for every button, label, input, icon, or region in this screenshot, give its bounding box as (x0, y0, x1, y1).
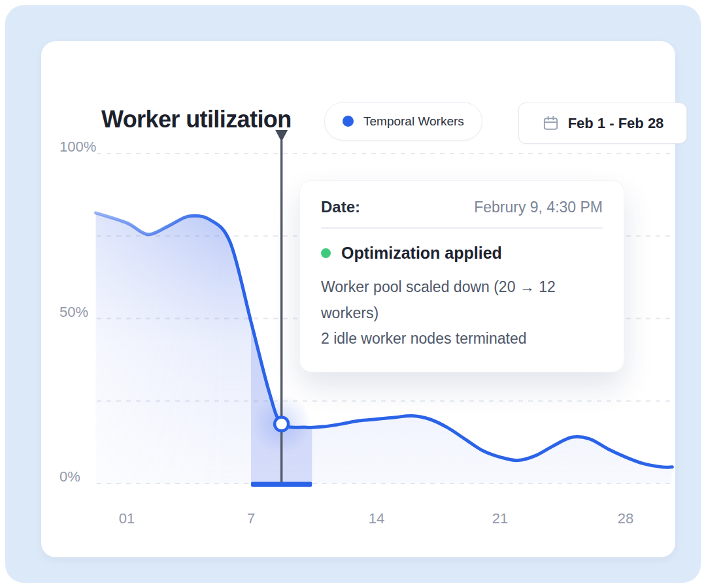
legend-dot-icon (343, 116, 354, 127)
page-background: Worker utilization Temporal Workers Feb … (0, 0, 706, 588)
outer-panel: Worker utilization Temporal Workers Feb … (5, 5, 701, 583)
date-range-label: Feb 1 - Feb 28 (568, 115, 664, 132)
page-title: Worker utilization (101, 106, 292, 133)
legend-temporal-workers[interactable]: Temporal Workers (324, 102, 482, 140)
date-range-button[interactable]: Feb 1 - Feb 28 (518, 103, 687, 144)
worker-utilization-card: Worker utilization Temporal Workers Feb … (41, 41, 675, 557)
marker-point[interactable] (275, 417, 288, 431)
calendar-icon (542, 114, 560, 132)
legend-label: Temporal Workers (363, 114, 464, 129)
